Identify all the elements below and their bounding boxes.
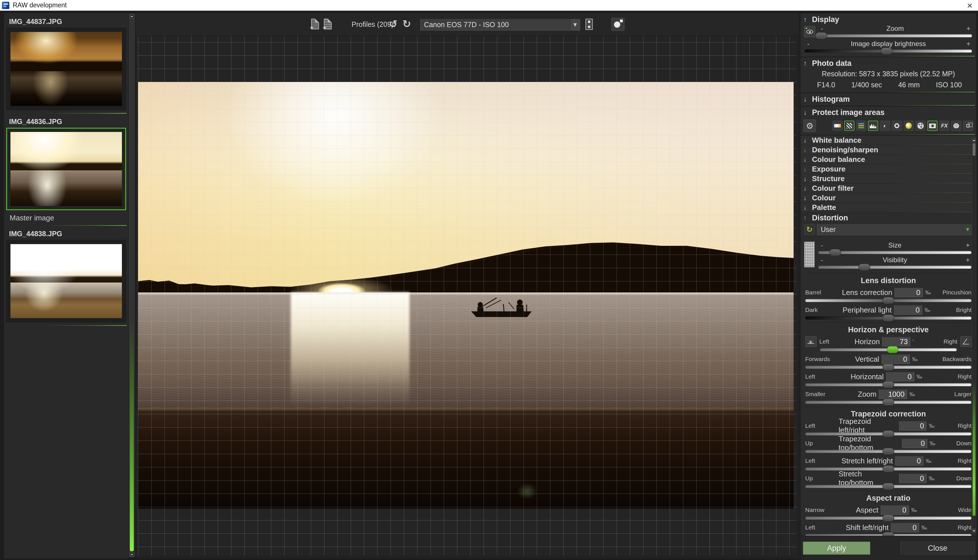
protect-areas-header[interactable]: ↓ Protect image areas — [804, 108, 973, 117]
section-expand-icon[interactable]: ↓ — [804, 185, 812, 192]
histogram-header[interactable]: ↓ Histogram — [804, 95, 973, 103]
slider-track[interactable] — [818, 34, 972, 37]
fx-tool-icon[interactable]: FX — [939, 121, 950, 131]
value-input[interactable]: 0 — [902, 438, 927, 448]
chevron-down-icon[interactable]: ▼ — [570, 19, 580, 30]
slider-handle[interactable] — [881, 47, 893, 55]
value-input[interactable]: 1000 — [879, 389, 907, 399]
visibility-plus[interactable]: + — [964, 256, 971, 264]
section-expand-icon[interactable]: ↓ — [804, 137, 812, 144]
slider-handle[interactable] — [815, 32, 827, 39]
colour-tool-icon[interactable] — [904, 121, 914, 131]
chevron-down-icon[interactable]: ▼ — [963, 224, 972, 235]
undo-icon[interactable]: ↺ — [388, 18, 399, 30]
thumbnail-image[interactable] — [10, 132, 122, 206]
slider-handle[interactable] — [883, 399, 894, 406]
distortion-preset-select[interactable]: User ▼ — [817, 224, 973, 235]
panel-scrollbar[interactable] — [972, 138, 976, 533]
section-expand-icon[interactable]: ↓ — [804, 165, 812, 173]
expand-icon[interactable]: ↓ — [804, 108, 812, 117]
scroll-up-button[interactable] — [972, 138, 976, 142]
grid-overlay-icon[interactable] — [804, 242, 815, 268]
slider-track[interactable] — [805, 366, 971, 369]
value-input[interactable]: 0 — [886, 372, 914, 382]
section-expand-icon[interactable]: ↓ — [804, 194, 812, 202]
slider-handle[interactable] — [883, 363, 894, 371]
panel-section-header[interactable]: ↓ Colour — [801, 193, 976, 203]
apply-button[interactable]: Apply — [803, 542, 870, 555]
slider-track[interactable] — [805, 517, 971, 520]
section-expand-icon[interactable]: ↓ — [804, 156, 812, 163]
panel-section-header[interactable]: ↓ Colour balance — [801, 155, 976, 164]
thumbnail-image[interactable] — [10, 32, 122, 106]
exposure-tool-icon[interactable] — [868, 121, 878, 131]
size-minus[interactable]: - — [818, 241, 826, 249]
thumbnail-frame[interactable] — [6, 240, 126, 322]
close-button[interactable]: Close — [900, 542, 975, 555]
section-expand-icon[interactable]: ↓ — [804, 204, 812, 211]
white-balance-tool-icon[interactable] — [833, 121, 843, 131]
colour-balance-tool-icon[interactable] — [856, 121, 866, 131]
value-input[interactable]: 0 — [894, 305, 922, 315]
vignette-tool-icon[interactable] — [892, 121, 902, 131]
collapse-icon[interactable]: ↑ — [804, 15, 812, 23]
slider-track[interactable] — [818, 266, 971, 269]
slider-handle[interactable] — [883, 297, 894, 304]
visibility-minus[interactable]: - — [818, 256, 826, 264]
thumbnail-frame[interactable] — [6, 28, 126, 110]
add-profile-icon[interactable] — [311, 18, 319, 29]
slider-handle[interactable] — [883, 448, 894, 455]
value-input[interactable]: 0 — [899, 421, 926, 431]
photo-data-header[interactable]: ↑ Photo data — [804, 59, 973, 68]
panel-section-header[interactable]: ↓ Exposure — [801, 165, 976, 174]
set-angle-button[interactable] — [960, 336, 971, 347]
stereo-tool-icon[interactable] — [963, 121, 973, 131]
contrast-tool-icon[interactable]: ◐ — [880, 121, 890, 131]
slider-track[interactable] — [805, 401, 971, 404]
panel-section-header[interactable]: ↓ Structure — [801, 174, 976, 183]
slider-handle[interactable] — [887, 346, 899, 353]
zoom-minus[interactable]: - — [818, 25, 826, 32]
slider-track[interactable] — [805, 50, 972, 53]
brightness-plus[interactable]: + — [965, 40, 972, 48]
zoom-plus[interactable]: + — [965, 25, 972, 32]
slider-track[interactable] — [818, 251, 971, 254]
scrollbar-thumb[interactable] — [973, 143, 975, 156]
scroll-down-button[interactable] — [972, 528, 976, 532]
slider-track[interactable] — [805, 432, 971, 435]
distortion-tool-icon[interactable] — [927, 121, 938, 131]
collapse-icon[interactable]: ↑ — [804, 214, 812, 222]
close-window-button[interactable]: × — [964, 0, 976, 11]
slider-track[interactable] — [805, 317, 971, 320]
value-input[interactable]: 0 — [894, 288, 923, 297]
photo-preview[interactable] — [138, 82, 794, 508]
value-input[interactable]: 0 — [881, 505, 909, 515]
slider-track[interactable] — [805, 299, 971, 302]
slider-handle[interactable] — [883, 315, 894, 322]
panel-section-header[interactable]: ↓ Denoising/sharpen — [801, 145, 976, 155]
collapse-icon[interactable]: ↑ — [804, 59, 812, 67]
scroll-down-button[interactable] — [130, 552, 134, 557]
section-expand-icon[interactable]: ↓ — [804, 175, 812, 183]
thumbnail-item[interactable]: IMG_44837.JPG — [4, 15, 129, 115]
preview-button[interactable] — [612, 18, 624, 31]
panel-section-header[interactable]: ↓ Palette — [801, 203, 976, 212]
value-input[interactable]: 0 — [899, 473, 926, 483]
slider-handle[interactable] — [883, 465, 894, 472]
value-input[interactable]: 73 — [882, 337, 910, 347]
ai-tool-icon[interactable] — [951, 121, 961, 131]
size-plus[interactable]: + — [964, 241, 971, 249]
slider-track[interactable] — [805, 450, 971, 453]
panel-section-header[interactable]: ↓ White balance — [801, 136, 976, 145]
distortion-header[interactable]: ↑ Distortion — [802, 213, 974, 222]
slider-handle[interactable] — [883, 515, 894, 522]
preview-eye-button[interactable] — [804, 26, 815, 37]
gear-icon[interactable]: ⚙ — [804, 120, 816, 132]
slider-track[interactable] — [805, 383, 971, 386]
add-profile-with-settings-icon[interactable] — [324, 18, 332, 29]
brightness-minus[interactable]: - — [805, 40, 812, 48]
panel-section-header[interactable]: ↓ Colour filter — [801, 183, 976, 193]
slider-track[interactable] — [820, 348, 957, 351]
thumbnail-item[interactable]: IMG_44838.JPG — [4, 227, 129, 327]
reset-icon[interactable]: ↻ — [804, 224, 815, 235]
